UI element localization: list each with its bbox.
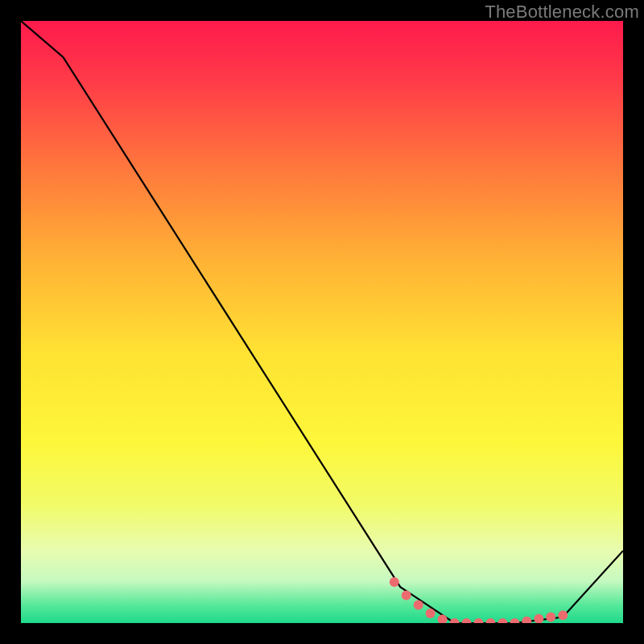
marker-point <box>546 613 555 622</box>
watermark-text: TheBottleneck.com <box>485 2 639 23</box>
gradient-background <box>21 21 623 623</box>
marker-point <box>414 601 423 610</box>
marker-point <box>558 610 568 620</box>
plot-area <box>21 21 623 623</box>
marker-point <box>402 591 411 601</box>
chart-frame: TheBottleneck.com <box>0 0 644 644</box>
chart-svg <box>21 21 623 623</box>
marker-point <box>390 577 399 587</box>
marker-point <box>426 609 436 618</box>
